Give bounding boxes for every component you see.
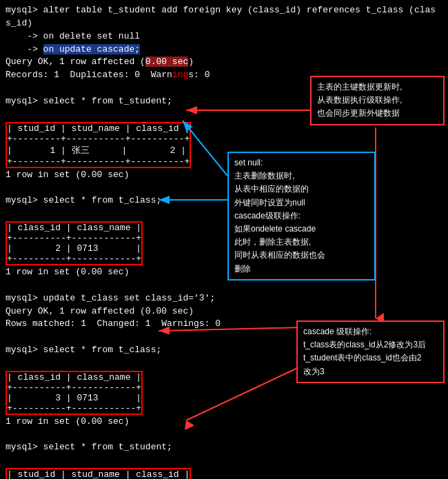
line-blank-9 <box>6 454 442 467</box>
table-student-2: | stud_id | stud_name | class_id | +----… <box>6 468 191 479</box>
highlight-time: 0.00 sec <box>145 57 188 67</box>
line-blank-3 <box>6 181 442 194</box>
line-blank-4 <box>6 207 442 221</box>
line-blank-8 <box>6 429 442 442</box>
line-set2: 1 row in set (0.00 sec) <box>6 266 442 279</box>
line-blank-5 <box>6 279 442 292</box>
table-class-2-content: | class_id | class_name | +----------+--… <box>7 372 141 414</box>
annotation-setnull-title: set null: <box>234 158 263 167</box>
line-5: Query OK, 1 row affected (0.00 sec) <box>6 56 442 69</box>
table-student-2-content: | stud_id | stud_name | class_id | +----… <box>7 469 190 479</box>
line-1: mysql> alter table t_student add foreign… <box>6 4 442 17</box>
highlight-cascade: on update cascade; <box>43 44 140 54</box>
annotation-cascade-bottom: cascade 级联操作:t_class表的class_id从2修改为3后t_s… <box>296 320 445 383</box>
line-2: s_id) <box>6 17 442 30</box>
table-student-1: | stud_id | stud_name | class_id | +----… <box>6 122 191 168</box>
table-student-1-content: | stud_id | stud_name | class_id | +----… <box>7 123 190 167</box>
line-4: -> on update cascade; <box>6 43 442 57</box>
table-class-1-content: | class_id | class_name | +----------+--… <box>7 223 141 264</box>
line-select4: mysql> select * from t_student; <box>6 441 442 454</box>
line-update: mysql> update t_class set class_id='3'; <box>6 292 442 305</box>
annotation-setnull-text: 主表删除数据时,从表中相应的数据的外键同时设置为nullcascade级联操作:… <box>234 171 325 273</box>
annotation-cascade-top: 主表的主键数据更新时,从表数据执行级联操作,也会同步更新外键数据 <box>310 76 445 125</box>
table-class-1: | class_id | class_name | +----------+--… <box>6 221 143 265</box>
table-class-2: | class_id | class_name | +----------+--… <box>6 371 143 415</box>
line-set1: 1 row in set (0.00 sec) <box>6 169 442 182</box>
annotation-cascade-bottom-text: cascade 级联操作:t_class表的class_id从2修改为3后t_s… <box>303 327 426 376</box>
line-query2: Query OK, 1 row affected (0.00 sec) <box>6 305 442 318</box>
terminal: mysql> alter table t_student add foreign… <box>0 0 448 479</box>
annotation-setnull: set null: 主表删除数据时,从表中相应的数据的外键同时设置为nullca… <box>227 152 376 281</box>
line-select2: mysql> select * from t_class; <box>6 194 442 207</box>
annotation-cascade-top-text: 主表的主键数据更新时,从表数据执行级联操作,也会同步更新外键数据 <box>317 82 402 118</box>
line-set3: 1 row in set (0.00 sec) <box>6 416 442 429</box>
line-3: -> on delete set null <box>6 30 442 43</box>
